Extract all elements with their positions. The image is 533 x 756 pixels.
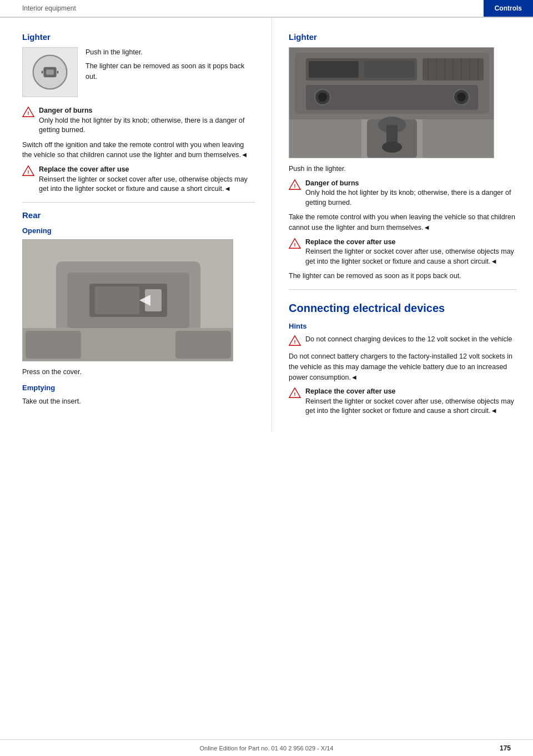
right-column: Lighter: [272, 18, 533, 432]
warning-charging-text: Do not connect charging devices to the 1…: [305, 335, 512, 345]
opening-text: Press on the cover.: [22, 367, 255, 377]
warning-icon-3: !: [289, 179, 301, 191]
lighter-text-push-right: Push in the lighter.: [289, 164, 516, 174]
warning-cover3-title-right: Replace the cover after use: [305, 387, 396, 395]
warning-icon-2: !: [22, 165, 34, 177]
svg-point-35: [457, 93, 466, 102]
svg-text:!: !: [27, 110, 29, 116]
warning-burns-title-left: Danger of burns: [39, 107, 93, 114]
svg-point-39: [382, 142, 402, 153]
warning-cover3-right: ! Replace the cover after use Reinsert t…: [289, 387, 516, 416]
warning-cover2-desc-right: Reinsert the lighter or socket cover aft…: [305, 248, 514, 265]
lighter-image-left: [22, 47, 78, 97]
warning-burns-desc-right: Only hold the hot lighter by its knob; o…: [305, 189, 511, 206]
svg-rect-15: [26, 331, 81, 359]
lighter-intro: Push in the lighter. The lighter can be …: [22, 47, 255, 102]
hints-para1: Do not connect battery chargers to the f…: [289, 351, 516, 382]
lighter-para1-right: Take the remote control with you when le…: [289, 212, 516, 233]
warning-burns-title-right: Danger of burns: [305, 179, 359, 187]
warning-burns-right: ! Danger of burns Only hold the hot ligh…: [289, 179, 516, 208]
warning-icon-5: !: [289, 335, 301, 347]
svg-rect-16: [175, 331, 231, 359]
warning-cover2-right: ! Replace the cover after use Reinsert t…: [289, 238, 516, 267]
warning-cover1-text-left: Replace the cover after use Reinsert the…: [39, 165, 255, 194]
svg-text:!: !: [294, 183, 295, 188]
warning-burns-text-right: Danger of burns Only hold the hot lighte…: [305, 179, 516, 208]
divider-2: [289, 289, 516, 290]
svg-text:!: !: [294, 339, 295, 345]
svg-rect-21: [309, 61, 359, 78]
divider-1: [22, 202, 255, 203]
warning-burns-desc-left: Only hold the hot lighter by its knob; o…: [39, 117, 244, 134]
svg-rect-22: [364, 61, 414, 78]
svg-text:!: !: [294, 241, 295, 247]
warning-burns-left: ! Danger of burns Only hold the hot ligh…: [22, 106, 255, 135]
warning-cover2-title-right: Replace the cover after use: [305, 238, 396, 246]
header-left-text: Interior equipment: [0, 4, 484, 12]
svg-text:!: !: [27, 169, 29, 175]
svg-rect-40: [289, 119, 361, 158]
emptying-title: Emptying: [22, 384, 255, 392]
warning-cover1-title-left: Replace the cover after use: [39, 165, 129, 173]
header-right-text: Controls: [484, 0, 533, 17]
warning-cover3-desc-right: Reinsert the lighter or socket cover aft…: [305, 397, 514, 415]
warning-icon-6: !: [289, 387, 301, 399]
emptying-text: Take out the insert.: [22, 396, 255, 407]
connecting-title: Connecting electrical devices: [289, 301, 516, 315]
svg-text:!: !: [294, 391, 295, 397]
warning-burns-text-left: Danger of burns Only hold the hot lighte…: [39, 106, 255, 135]
lighter-para1-left: Switch off the ignition and take the rem…: [22, 140, 255, 161]
warning-cover2-text-right: Replace the cover after use Reinsert the…: [305, 238, 516, 267]
warning-charging-title: Do not connect charging devices to the 1…: [305, 335, 512, 343]
opening-title: Opening: [22, 226, 255, 235]
car-interior-image: [289, 47, 494, 158]
lighter-para2-right: The lighter can be removed as soon as it…: [289, 271, 516, 281]
svg-rect-2: [46, 69, 54, 74]
warning-charging: ! Do not connect charging devices to the…: [289, 335, 516, 347]
warning-cover1-desc-left: Reinsert the lighter or socket cover aft…: [39, 175, 248, 193]
svg-rect-11: [95, 286, 139, 314]
warning-icon-4: !: [289, 238, 301, 250]
footer-text: Online Edition for Part no. 01 40 2 956 …: [200, 745, 334, 752]
page-footer: Online Edition for Part no. 01 40 2 956 …: [0, 739, 533, 756]
rear-title: Rear: [22, 210, 255, 220]
svg-point-33: [318, 93, 327, 102]
page-number: 175: [500, 744, 511, 752]
warning-icon-1: !: [22, 106, 34, 118]
main-content: Lighter Push in the lighter. The lighter…: [0, 18, 533, 432]
warning-cover3-text-right: Replace the cover after use Reinsert the…: [305, 387, 516, 416]
svg-rect-31: [306, 85, 478, 110]
left-column: Lighter Push in the lighter. The lighter…: [0, 18, 272, 432]
svg-rect-41: [423, 119, 494, 158]
hints-title: Hints: [289, 322, 516, 330]
page-header: Interior equipment Controls: [0, 0, 533, 18]
armrest-image: [22, 239, 233, 361]
lighter-title-right: Lighter: [289, 32, 516, 42]
warning-cover1-left: ! Replace the cover after use Reinsert t…: [22, 165, 255, 194]
lighter-title-left: Lighter: [22, 32, 255, 42]
